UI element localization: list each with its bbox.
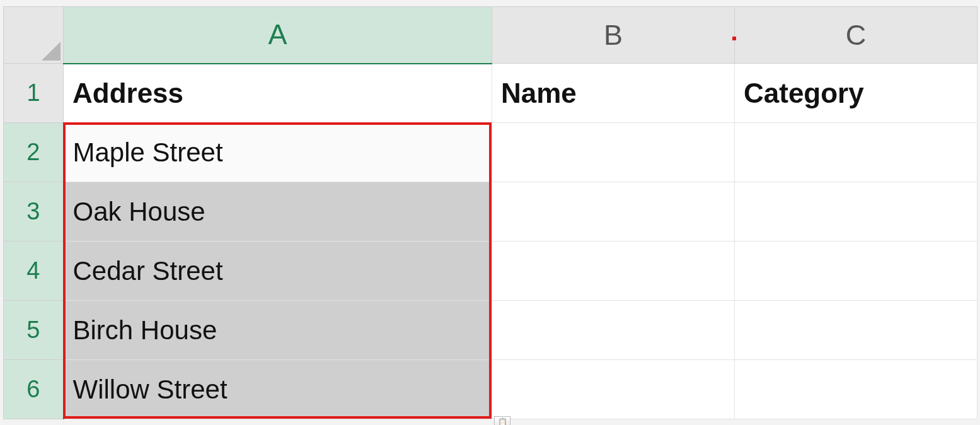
cell-A1[interactable]: Address [64, 64, 492, 123]
row-header-5[interactable]: 5 [4, 301, 64, 360]
cell-A5[interactable]: Birch House [64, 301, 492, 360]
row-header-4[interactable]: 4 [4, 242, 64, 301]
column-header-C[interactable]: C [735, 7, 977, 64]
column-header-B[interactable]: B [492, 7, 735, 64]
spreadsheet-grid: A B C 1 Address Name Category 2 Maple St… [3, 6, 977, 419]
cell-C2[interactable] [735, 123, 977, 182]
cell-B1[interactable]: Name [492, 64, 735, 123]
paste-options-icon[interactable]: 📋 [494, 416, 510, 425]
cell-A3[interactable]: Oak House [64, 182, 492, 242]
cell-A4[interactable]: Cedar Street [64, 242, 492, 301]
row-header-2[interactable]: 2 [4, 123, 64, 182]
cell-B2[interactable] [492, 123, 735, 182]
cell-B4[interactable] [492, 242, 735, 301]
cell-C5[interactable] [735, 301, 977, 360]
cell-C3[interactable] [735, 182, 977, 242]
cell-A2[interactable]: Maple Street [64, 123, 492, 182]
select-all-corner[interactable] [4, 7, 64, 64]
row-header-6[interactable]: 6 [4, 360, 64, 419]
row-header-3[interactable]: 3 [4, 182, 64, 242]
cell-C6[interactable] [735, 360, 977, 419]
row-header-1[interactable]: 1 [4, 64, 64, 123]
cell-A6[interactable]: Willow Street [64, 360, 492, 419]
cell-B6[interactable] [492, 360, 735, 419]
cell-B3[interactable] [492, 182, 735, 242]
cell-B5[interactable] [492, 301, 735, 360]
cell-C4[interactable] [735, 242, 977, 301]
column-header-A[interactable]: A [64, 7, 492, 64]
cell-C1[interactable]: Category [735, 64, 977, 123]
spreadsheet-viewport: A B C 1 Address Name Category 2 Maple St… [0, 0, 980, 425]
